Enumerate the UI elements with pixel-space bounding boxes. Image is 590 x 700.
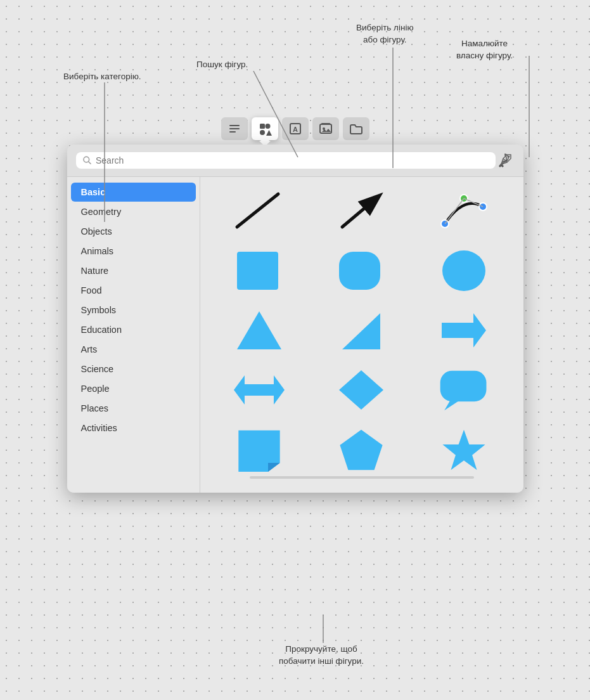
annotation-draw-shape: Намалюйтевласну фігуру. (456, 38, 513, 62)
toolbar-media-button[interactable] (312, 117, 339, 140)
shape-rounded-square[interactable] (314, 245, 409, 296)
sidebar-item-geometry[interactable]: Geometry (71, 202, 196, 221)
toolbar-textbox-button[interactable]: A (282, 117, 309, 140)
svg-rect-6 (229, 128, 240, 129)
svg-rect-5 (229, 125, 240, 126)
text-lines-icon (228, 122, 241, 136)
annotation-scroll: Прокручуйте, щобпобачити інші фігури. (279, 644, 364, 668)
textbox-icon: A (288, 122, 302, 136)
folder-icon (349, 122, 363, 136)
shapes-panel: Basic Geometry Objects Animals Nature Fo… (67, 145, 523, 493)
svg-rect-27 (237, 252, 278, 290)
shape-pentagon[interactable] (314, 424, 409, 475)
scroll-indicator (250, 476, 474, 479)
sidebar-item-arts[interactable]: Arts (71, 340, 196, 359)
svg-marker-30 (237, 311, 281, 349)
annotation-search-shapes: Пошук фігур. (196, 59, 248, 71)
shapes-grid (212, 186, 512, 475)
toolbar-folder-btn-wrap (343, 117, 369, 140)
shape-arrow-line[interactable] (314, 186, 409, 237)
search-icon (82, 155, 92, 165)
toolbar-textbox-btn-wrap: A (282, 117, 309, 140)
svg-marker-11 (266, 130, 272, 136)
toolbar-shapes-btn-wrap (252, 117, 278, 140)
shapes-grid-area[interactable] (200, 177, 523, 493)
svg-marker-36 (444, 400, 459, 410)
toolbar-media-btn-wrap (312, 117, 339, 140)
media-icon (319, 122, 333, 136)
svg-marker-39 (442, 430, 485, 470)
svg-line-18 (88, 162, 91, 164)
svg-point-29 (442, 250, 485, 291)
svg-rect-8 (260, 124, 265, 129)
svg-line-25 (445, 198, 464, 224)
shape-speech-bubble[interactable] (416, 365, 511, 415)
sidebar-item-nature[interactable]: Nature (71, 261, 196, 280)
sidebar-item-activities[interactable]: Activities (71, 418, 196, 438)
shape-sticky-note[interactable] (212, 424, 307, 475)
shapes-icon (258, 122, 272, 136)
shape-diamond[interactable] (314, 365, 409, 415)
pen-icon (497, 153, 513, 168)
sidebar-item-places[interactable]: Places (71, 399, 196, 418)
toolbar-text-btn-wrap (221, 117, 248, 140)
svg-rect-28 (339, 252, 380, 290)
svg-marker-33 (234, 375, 285, 405)
toolbar-shapes-button[interactable] (252, 117, 278, 140)
svg-marker-31 (342, 313, 380, 349)
svg-point-9 (265, 124, 270, 129)
shape-circle[interactable] (416, 245, 511, 296)
shape-right-arrow[interactable] (416, 305, 511, 356)
shape-straight-line[interactable] (212, 186, 307, 237)
sidebar-item-basic[interactable]: Basic (71, 183, 196, 202)
search-input[interactable] (96, 155, 489, 165)
svg-marker-38 (340, 430, 383, 470)
category-sidebar: Basic Geometry Objects Animals Nature Fo… (67, 177, 200, 493)
svg-marker-37 (268, 463, 280, 472)
shape-curve-line[interactable] (416, 186, 511, 237)
toolbar-folder-button[interactable] (343, 117, 369, 140)
svg-rect-10 (260, 130, 265, 135)
svg-marker-34 (339, 370, 383, 410)
svg-point-19 (508, 156, 510, 158)
toolbar: A (221, 117, 369, 140)
annotation-select-category: Виберіть категорію. (63, 71, 141, 83)
svg-point-17 (83, 157, 89, 162)
sidebar-item-symbols[interactable]: Symbols (71, 301, 196, 320)
search-bar (67, 145, 523, 177)
svg-line-21 (342, 197, 378, 227)
svg-text:A: A (293, 126, 298, 133)
sidebar-item-people[interactable]: People (71, 379, 196, 398)
pen-tool-button[interactable] (496, 151, 515, 170)
sidebar-item-food[interactable]: Food (71, 281, 196, 300)
shape-triangle[interactable] (212, 305, 307, 356)
shape-square[interactable] (212, 245, 307, 296)
shape-star[interactable] (416, 424, 511, 475)
svg-marker-32 (442, 313, 486, 347)
toolbar-text-button[interactable] (221, 117, 248, 140)
sidebar-item-education[interactable]: Education (71, 320, 196, 339)
shape-double-arrow[interactable] (212, 365, 307, 415)
annotation-select-line: Виберіть лініюабо фігуру. (356, 22, 414, 46)
sidebar-item-objects[interactable]: Objects (71, 222, 196, 241)
svg-rect-7 (229, 131, 236, 133)
shape-right-triangle[interactable] (314, 305, 409, 356)
sidebar-item-science[interactable]: Science (71, 360, 196, 379)
svg-line-20 (237, 194, 278, 227)
search-input-wrap (76, 152, 496, 169)
svg-rect-35 (440, 371, 486, 402)
svg-rect-15 (321, 123, 330, 124)
sidebar-item-animals[interactable]: Animals (71, 242, 196, 261)
panel-body: Basic Geometry Objects Animals Nature Fo… (67, 177, 523, 493)
